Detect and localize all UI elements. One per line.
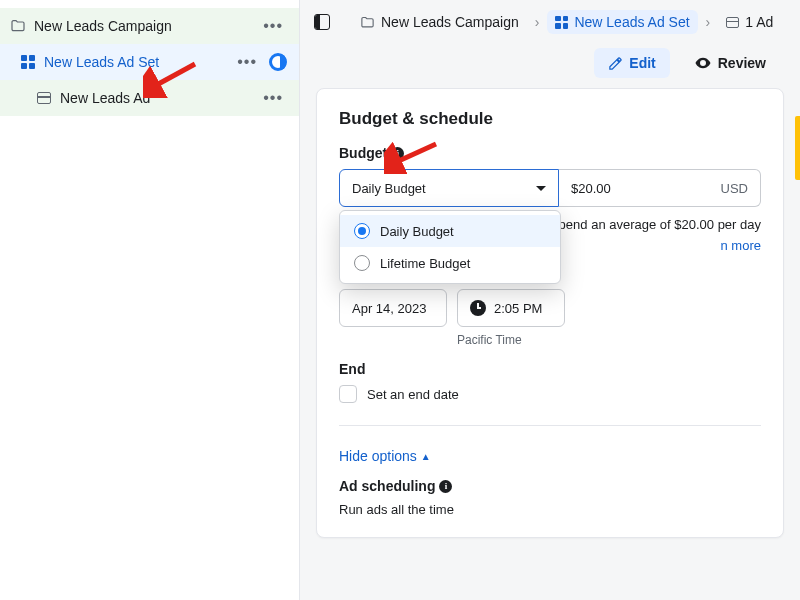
ad-scheduling-label: Ad scheduling i: [339, 478, 761, 494]
button-label: Review: [718, 55, 766, 71]
main-panel: New Leads Campaign › New Leads Ad Set › …: [300, 0, 800, 600]
chevron-right-icon: ›: [706, 14, 711, 30]
adset-icon: [20, 54, 36, 70]
edit-button[interactable]: Edit: [594, 48, 669, 78]
tree-item-label: New Leads Ad Set: [44, 54, 233, 70]
ad-icon: [36, 90, 52, 106]
button-label: Edit: [629, 55, 655, 71]
panel-icon[interactable]: [314, 14, 330, 30]
status-indicator-icon: [269, 53, 287, 71]
budget-schedule-card: Budget & schedule Budget i Daily Budget …: [316, 88, 784, 538]
more-icon[interactable]: •••: [259, 17, 287, 35]
breadcrumb-adset[interactable]: New Leads Ad Set: [547, 10, 697, 34]
select-value: Daily Budget: [352, 181, 426, 196]
radio-icon: [354, 223, 370, 239]
info-icon[interactable]: i: [391, 147, 404, 160]
start-time-input[interactable]: 2:05 PM: [457, 289, 565, 327]
review-button[interactable]: Review: [680, 48, 780, 78]
timezone-label: Pacific Time: [457, 333, 761, 347]
chevron-up-icon: ▲: [421, 451, 431, 462]
budget-amount-input[interactable]: $20.00 USD: [559, 169, 761, 207]
card-title: Budget & schedule: [339, 109, 761, 129]
sidebar: New Leads Campaign ••• New Leads Ad Set …: [0, 0, 300, 600]
dropdown-option-daily[interactable]: Daily Budget: [340, 215, 560, 247]
tree-item-label: New Leads Campaign: [34, 18, 259, 34]
budget-row: Daily Budget Daily Budget Lifetime Budge…: [339, 169, 761, 207]
breadcrumb-label: New Leads Ad Set: [574, 14, 689, 30]
info-icon[interactable]: i: [439, 480, 452, 493]
budget-type-select[interactable]: Daily Budget Daily Budget Lifetime Budge…: [339, 169, 559, 207]
chevron-right-icon: ›: [535, 14, 540, 30]
date-value: Apr 14, 2023: [352, 301, 426, 316]
breadcrumb-label: 1 Ad: [745, 14, 773, 30]
svg-point-0: [701, 62, 704, 65]
time-value: 2:05 PM: [494, 301, 542, 316]
checkbox-label: Set an end date: [367, 387, 459, 402]
ad-scheduling-value: Run ads all the time: [339, 502, 761, 517]
divider: [339, 425, 761, 426]
hide-options-toggle[interactable]: Hide options ▲: [339, 448, 431, 464]
tree-item-adset[interactable]: New Leads Ad Set •••: [0, 44, 299, 80]
start-date-row: Apr 14, 2023 2:05 PM: [339, 289, 761, 327]
breadcrumb-campaign[interactable]: New Leads Campaign: [352, 10, 527, 34]
folder-icon: [10, 18, 26, 34]
breadcrumb-label: New Leads Campaign: [381, 14, 519, 30]
amount-value: $20.00: [571, 181, 611, 196]
tree-item-campaign[interactable]: New Leads Campaign •••: [0, 8, 299, 44]
option-label: Lifetime Budget: [380, 256, 470, 271]
dropdown-option-lifetime[interactable]: Lifetime Budget: [340, 247, 560, 279]
currency-label: USD: [721, 181, 748, 196]
breadcrumb-ad[interactable]: 1 Ad: [718, 10, 781, 34]
tree-item-ad[interactable]: New Leads Ad •••: [0, 80, 299, 116]
budget-label: Budget i: [339, 145, 761, 161]
warning-strip: [795, 116, 800, 180]
more-icon[interactable]: •••: [259, 89, 287, 107]
end-date-checkbox-row[interactable]: Set an end date: [339, 385, 761, 403]
start-date-input[interactable]: Apr 14, 2023: [339, 289, 447, 327]
chevron-down-icon: [536, 186, 546, 191]
breadcrumb: New Leads Campaign › New Leads Ad Set › …: [300, 0, 800, 44]
end-label: End: [339, 361, 761, 377]
card-actions: Edit Review: [300, 44, 800, 88]
more-icon[interactable]: •••: [233, 53, 261, 71]
radio-icon: [354, 255, 370, 271]
clock-icon: [470, 300, 486, 316]
option-label: Daily Budget: [380, 224, 454, 239]
tree-item-label: New Leads Ad: [60, 90, 259, 106]
budget-type-dropdown: Daily Budget Lifetime Budget: [339, 210, 561, 284]
checkbox-icon[interactable]: [339, 385, 357, 403]
